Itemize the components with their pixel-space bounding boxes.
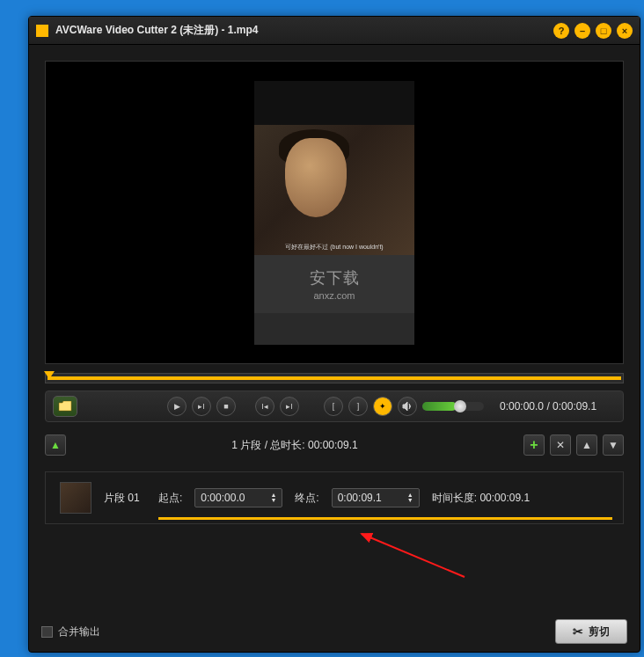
add-segment-button[interactable]: + <box>523 434 545 456</box>
start-time-stepper[interactable]: ▲▼ <box>270 493 276 503</box>
segment-timeline[interactable] <box>158 517 612 520</box>
start-time-input[interactable]: 0:00:00.0 ▲▼ <box>194 488 282 507</box>
segment-name: 片段 01 <box>104 491 146 506</box>
segment-summary: 1 片段 / 总时长: 00:00:09.1 <box>71 438 518 453</box>
bottom-bar: 合并输出 ✂ 剪切 <box>41 618 627 645</box>
duration-label: 时间长度: 00:00:09.1 <box>432 491 530 506</box>
timeline-playhead[interactable] <box>44 371 55 379</box>
end-time-stepper[interactable]: ▲▼ <box>407 493 413 503</box>
open-file-button[interactable] <box>53 396 77 417</box>
volume-knob[interactable] <box>454 400 466 412</box>
volume-button[interactable] <box>398 397 417 416</box>
start-label: 起点: <box>158 491 182 506</box>
subtitle-text: 可好在最好不过 (but now I wouldn't) <box>254 243 414 252</box>
collapse-button[interactable]: ▲ <box>45 434 66 456</box>
play-button[interactable]: ▶ <box>167 397 187 416</box>
set-end-button[interactable]: ] <box>348 397 368 416</box>
help-button[interactable]: ? <box>553 23 569 39</box>
video-frame: 可好在最好不过 (but now I wouldn't) 安下载 anxz.co… <box>254 81 414 345</box>
window-title: AVCWare Video Cutter 2 (未注册) - 1.mp4 <box>55 23 548 38</box>
watermark: 安下载 anxz.com <box>254 255 414 313</box>
move-down-button[interactable]: ▼ <box>603 434 624 456</box>
end-label: 终点: <box>295 491 318 506</box>
app-icon <box>36 25 48 37</box>
app-window: AVCWare Video Cutter 2 (未注册) - 1.mp4 ? –… <box>28 16 640 653</box>
merge-checkbox[interactable] <box>41 626 53 638</box>
svg-line-0 <box>362 534 465 577</box>
time-display: 0:00:00.0 / 0:00:09.1 <box>500 400 596 412</box>
video-preview[interactable]: 可好在最好不过 (but now I wouldn't) 安下载 anxz.co… <box>45 61 624 364</box>
playback-controls: ▶ ▸I ■ I◂ ▸I [ ] ✦ 0:00:00.0 / 0:00:09.1 <box>45 391 624 422</box>
delete-segment-button[interactable]: ✕ <box>550 434 571 456</box>
titlebar: AVCWare Video Cutter 2 (未注册) - 1.mp4 ? –… <box>29 17 640 45</box>
content-area: 可好在最好不过 (but now I wouldn't) 安下载 anxz.co… <box>29 45 640 533</box>
next-frame-button[interactable]: ▸I <box>280 397 299 416</box>
move-up-button[interactable]: ▲ <box>576 434 597 456</box>
main-timeline[interactable] <box>45 373 624 383</box>
scissors-icon: ✂ <box>573 624 583 639</box>
prev-frame-button[interactable]: I◂ <box>255 397 274 416</box>
maximize-button[interactable]: □ <box>596 23 611 39</box>
segment-row[interactable]: 片段 01 起点: 0:00:00.0 ▲▼ 终点: 0:00:09.1 ▲▼ … <box>45 471 624 524</box>
end-time-input[interactable]: 0:00:09.1 ▲▼ <box>332 488 420 507</box>
segment-thumbnail <box>60 482 91 514</box>
close-button[interactable]: × <box>617 23 633 39</box>
new-segment-button[interactable]: ✦ <box>373 397 392 416</box>
volume-slider[interactable] <box>422 402 484 411</box>
merge-label: 合并输出 <box>58 624 100 639</box>
merge-output-row[interactable]: 合并输出 <box>41 624 100 639</box>
step-button[interactable]: ▸I <box>192 397 211 416</box>
cut-button[interactable]: ✂ 剪切 <box>555 619 627 644</box>
stop-button[interactable]: ■ <box>216 397 236 416</box>
set-start-button[interactable]: [ <box>324 397 343 416</box>
minimize-button[interactable]: – <box>574 23 590 39</box>
annotation-arrow <box>355 529 469 581</box>
segment-header: ▲ 1 片段 / 总时长: 00:00:09.1 + ✕ ▲ ▼ <box>45 431 624 459</box>
